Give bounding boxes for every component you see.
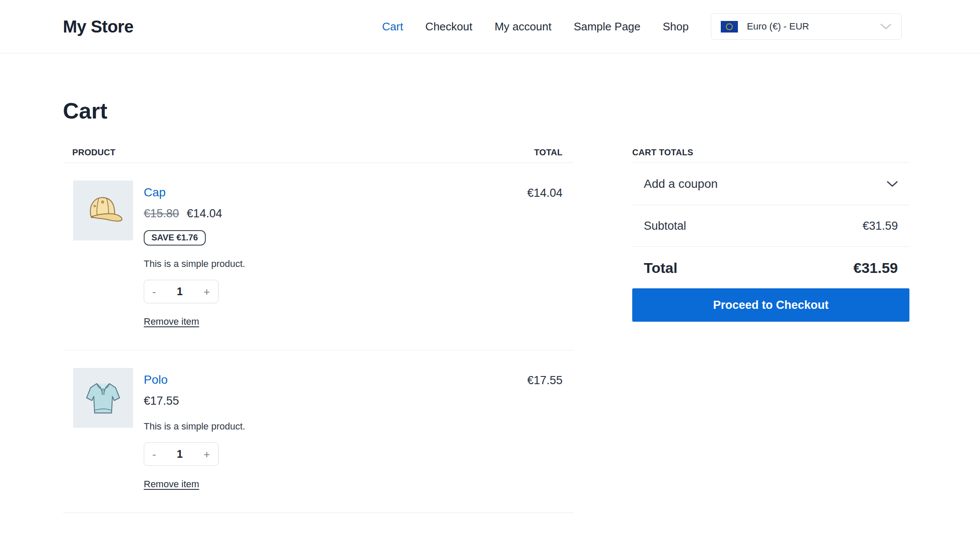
product-link-cap[interactable]: Cap bbox=[144, 185, 166, 200]
quantity-stepper-polo: - 1 + bbox=[144, 442, 219, 466]
save-badge: SAVE €1.76 bbox=[144, 230, 206, 246]
nav-item-my-account[interactable]: My account bbox=[494, 20, 551, 33]
quantity-increase-button[interactable]: + bbox=[204, 449, 210, 460]
item-info: Polo €17.55 This is a simple product. - … bbox=[144, 368, 514, 490]
chevron-down-icon bbox=[887, 181, 898, 187]
remove-item-link-cap[interactable]: Remove item bbox=[144, 316, 199, 327]
line-total-cap: €14.04 bbox=[527, 187, 563, 200]
quantity-value[interactable]: 1 bbox=[177, 448, 183, 460]
table-header: PRODUCT TOTAL bbox=[63, 148, 574, 163]
cart-item-row-cap: Cap €15.80€14.04 SAVE €1.76 This is a si… bbox=[63, 163, 574, 350]
product-link-polo[interactable]: Polo bbox=[144, 373, 168, 387]
cart-totals-panel: CART TOTALS Add a coupon Subtotal €31.59… bbox=[632, 148, 909, 322]
nav-item-sample-page[interactable]: Sample Page bbox=[574, 20, 640, 33]
total-row: Total €31.59 bbox=[632, 247, 909, 276]
sale-price: €14.04 bbox=[187, 207, 222, 220]
nav-item-checkout[interactable]: Checkout bbox=[425, 20, 472, 33]
column-header-product: PRODUCT bbox=[72, 148, 115, 157]
site-header: My Store Cart Checkout My account Sample… bbox=[0, 0, 980, 53]
quantity-decrease-button[interactable]: - bbox=[152, 286, 156, 297]
currency-label: Euro (€) - EUR bbox=[747, 21, 809, 32]
total-value: €31.59 bbox=[853, 260, 898, 276]
add-coupon-row[interactable]: Add a coupon bbox=[632, 163, 909, 205]
quantity-value[interactable]: 1 bbox=[177, 285, 183, 298]
price: €17.55 bbox=[144, 394, 179, 407]
cart-item-row-polo: Polo €17.55 This is a simple product. - … bbox=[63, 350, 574, 513]
cap-illustration-icon bbox=[81, 188, 125, 233]
eu-flag-icon bbox=[721, 21, 738, 33]
regular-price: €15.80 bbox=[144, 207, 179, 220]
line-total-polo: €17.55 bbox=[527, 374, 563, 387]
item-description: This is a simple product. bbox=[144, 421, 514, 432]
add-coupon-label: Add a coupon bbox=[644, 177, 718, 191]
site-title[interactable]: My Store bbox=[63, 17, 133, 36]
nav-item-cart[interactable]: Cart bbox=[382, 20, 403, 33]
item-description: This is a simple product. bbox=[144, 258, 514, 270]
subtotal-value: €31.59 bbox=[862, 219, 898, 233]
remove-item-link-polo[interactable]: Remove item bbox=[144, 479, 199, 490]
currency-selector[interactable]: Euro (€) - EUR bbox=[711, 13, 902, 40]
total-label: Total bbox=[644, 260, 678, 276]
column-header-total: TOTAL bbox=[534, 148, 563, 157]
proceed-to-checkout-button[interactable]: Proceed to Checkout bbox=[632, 288, 909, 322]
subtotal-label: Subtotal bbox=[644, 219, 686, 233]
main-nav: Cart Checkout My account Sample Page Sho… bbox=[382, 20, 689, 33]
cart-totals-title: CART TOTALS bbox=[632, 148, 909, 163]
product-image-polo[interactable] bbox=[73, 368, 133, 428]
page-title: Cart bbox=[63, 98, 909, 124]
item-price: €17.55 bbox=[144, 394, 514, 408]
quantity-increase-button[interactable]: + bbox=[204, 286, 210, 297]
cart-items-table: PRODUCT TOTAL Cap €15.8 bbox=[63, 148, 574, 513]
quantity-decrease-button[interactable]: - bbox=[152, 449, 156, 460]
chevron-down-icon bbox=[880, 23, 892, 30]
quantity-stepper-cap: - 1 + bbox=[144, 280, 219, 303]
item-info: Cap €15.80€14.04 SAVE €1.76 This is a si… bbox=[144, 181, 514, 327]
cart-page: Cart PRODUCT TOTAL bbox=[0, 98, 980, 513]
subtotal-row: Subtotal €31.59 bbox=[632, 205, 909, 247]
product-image-cap[interactable] bbox=[73, 181, 133, 240]
item-price: €15.80€14.04 bbox=[144, 207, 514, 221]
polo-illustration-icon bbox=[81, 376, 125, 420]
nav-item-shop[interactable]: Shop bbox=[663, 20, 689, 33]
